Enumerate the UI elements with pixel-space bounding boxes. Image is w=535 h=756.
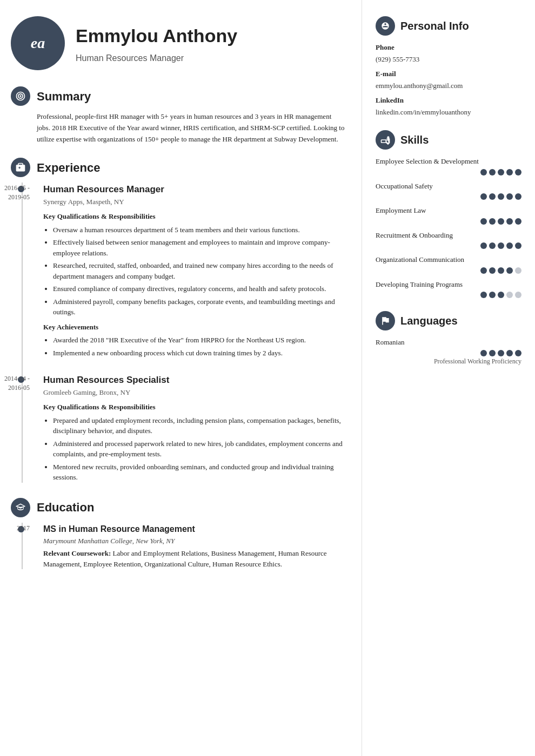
avatar-initials: ea [31, 32, 45, 55]
skill-dots [376, 193, 521, 200]
skill-item: Developing Training Programs [376, 279, 521, 299]
qualifications-list-1: Oversaw a human resources department of … [43, 225, 345, 318]
achieve-title-1: Key Achievements [43, 322, 345, 333]
skill-name: Organizational Communication [376, 254, 521, 265]
email-label: E-mail [376, 69, 521, 79]
candidate-name: Emmylou Anthony [76, 22, 237, 50]
qual-title-2: Key Qualifications & Responsibilities [43, 402, 345, 413]
skill-dot [515, 169, 521, 176]
experience-title: Experience [37, 159, 100, 177]
skill-dot [498, 218, 504, 225]
skill-dot [480, 218, 487, 225]
skill-dot [489, 267, 496, 274]
skill-dots [376, 218, 521, 225]
skill-dot [515, 218, 521, 225]
language-dot [480, 350, 487, 356]
list-item: Prepared and updated employment records,… [53, 415, 345, 436]
linkedin-value: linkedin.com/in/emmylouanthony [376, 107, 521, 118]
job-item-1: 2016-05 -2019-05 Human Resources Manager… [43, 183, 345, 358]
skill-name: Developing Training Programs [376, 279, 521, 290]
language-dot [498, 350, 504, 356]
skill-dot [506, 242, 513, 249]
resume-container: ea Emmylou Anthony Human Resources Manag… [0, 0, 535, 756]
skill-dot [480, 242, 487, 249]
person-icon [380, 21, 391, 31]
summary-icon [11, 86, 30, 106]
linkedin-label: LinkedIn [376, 95, 521, 106]
skill-item: Employment Law [376, 205, 521, 225]
skill-dot [498, 193, 504, 200]
skill-name: Occupational Safety [376, 181, 521, 192]
avatar: ea [11, 16, 65, 70]
personal-info-header: Personal Info [376, 16, 521, 36]
skill-dots [376, 292, 521, 298]
summary-section: Summary Professional, people-first HR ma… [11, 86, 345, 145]
list-item: Administered and processed paperwork rel… [53, 438, 345, 460]
job-company-1: Synergy Apps, Maspeth, NY [43, 197, 345, 207]
graduation-icon [15, 502, 26, 513]
list-item: Ensured compliance of company directives… [53, 284, 345, 294]
languages-icon [376, 311, 395, 330]
skill-dot [506, 193, 513, 200]
job-title-2: Human Resources Specialist [43, 373, 345, 387]
skill-dot [480, 169, 487, 176]
job-date-2: 2014-04 -2016-05 [0, 374, 30, 393]
experience-icon [11, 158, 30, 177]
language-name: Romanian [376, 337, 521, 348]
skill-dot [489, 242, 496, 249]
skill-name: Employment Law [376, 205, 521, 216]
skill-name: Recruitment & Onboarding [376, 230, 521, 241]
languages-title: Languages [400, 313, 458, 329]
flag-icon [380, 315, 391, 326]
language-item: RomanianProfessional Working Proficiency [376, 337, 521, 366]
list-item: Effectively liaised between senior manag… [53, 237, 345, 258]
target-icon [15, 91, 26, 102]
summary-title: Summary [37, 87, 91, 105]
skill-dot [489, 169, 496, 176]
languages-header: Languages [376, 311, 521, 330]
language-dot [506, 350, 513, 356]
skill-icon [380, 134, 391, 145]
personal-info-icon [376, 16, 395, 36]
summary-text: Professional, people-first HR manager wi… [37, 111, 345, 145]
sidebar-column: Personal Info Phone (929) 555-7733 E-mai… [362, 0, 535, 756]
edu-year-1: 2017 [0, 524, 30, 533]
skill-dot [506, 218, 513, 225]
education-header: Education [11, 498, 345, 517]
skill-name: Employee Selection & Development [376, 156, 521, 167]
language-dot [515, 350, 521, 356]
experience-section: Experience 2016-05 -2019-05 Human Resour… [11, 158, 345, 483]
experience-header: Experience [11, 158, 345, 177]
skills-header: Skills [376, 130, 521, 150]
main-column: ea Emmylou Anthony Human Resources Manag… [0, 0, 362, 756]
skill-dot [489, 193, 496, 200]
skills-title: Skills [400, 132, 429, 148]
skill-item: Recruitment & Onboarding [376, 230, 521, 249]
skill-dot [489, 218, 496, 225]
job-company-2: Gromleeb Gaming, Bronx, NY [43, 387, 345, 398]
personal-info-fields: Phone (929) 555-7733 E-mail emmylou.anth… [376, 42, 521, 117]
education-section: Education 2017 MS in Human Resource Mana… [11, 498, 345, 570]
phone-label: Phone [376, 42, 521, 53]
list-item: Administered payroll, company benefits p… [53, 296, 345, 318]
skill-dot [498, 242, 504, 249]
job-date-1: 2016-05 -2019-05 [0, 184, 30, 202]
qual-title-1: Key Qualifications & Responsibilities [43, 211, 345, 222]
job-item-2: 2014-04 -2016-05 Human Resources Special… [43, 373, 345, 483]
edu-coursework-1: Relevant Coursework: Labor and Employmen… [43, 548, 345, 569]
skill-item: Organizational Communication [376, 254, 521, 274]
skill-dot [515, 193, 521, 200]
languages-list: RomanianProfessional Working Proficiency [376, 337, 521, 366]
skill-dots [376, 267, 521, 274]
skills-list: Employee Selection & DevelopmentOccupati… [376, 156, 521, 298]
job-title-1: Human Resources Manager [43, 183, 345, 197]
education-title: Education [37, 498, 94, 516]
skill-dot [480, 193, 487, 200]
skill-item: Employee Selection & Development [376, 156, 521, 176]
language-proficiency: Professional Working Proficiency [376, 356, 521, 366]
skill-dot [498, 292, 504, 298]
header-text: Emmylou Anthony Human Resources Manager [76, 22, 237, 65]
language-dots [376, 350, 521, 356]
skill-dot [506, 292, 513, 298]
skill-dots [376, 242, 521, 249]
